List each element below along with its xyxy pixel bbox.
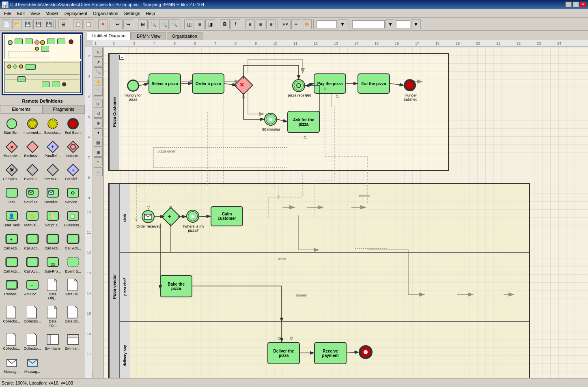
event-hunger-end[interactable] [404, 79, 416, 91]
elem-call-activity1[interactable]: + Call Acti... [2, 231, 22, 253]
connection-tool[interactable]: ↗ [94, 58, 103, 67]
zoom-out-button[interactable]: 🔍 [159, 19, 169, 29]
style-button[interactable]: 🎨 [302, 19, 312, 29]
menu-deployment[interactable]: Deployment [61, 10, 90, 17]
diagram-tool-2[interactable]: ◁ [94, 109, 103, 118]
maximize-button[interactable]: □ [573, 2, 579, 7]
menu-file[interactable]: File [2, 10, 14, 17]
elem-data-input[interactable]: Data Inp... [43, 304, 62, 330]
elem-intermediate-event[interactable]: Intermed... [22, 115, 42, 138]
tab-organization[interactable]: Organization [167, 32, 202, 40]
elem-exclusive-gw[interactable]: × Exclusiv... [2, 138, 22, 161]
zoom-dropdown[interactable]: ▼ [338, 19, 347, 29]
align-text-center[interactable]: ≡ [256, 19, 265, 29]
event-where-pizza[interactable]: 🕐 [186, 210, 199, 223]
elem-call-activity2[interactable]: Call Acti... [22, 231, 42, 253]
elem-transaction[interactable]: Transac... [2, 277, 22, 303]
tab-untitled-diagram[interactable]: Untitled Diagram [87, 32, 131, 40]
diagram-tool-6[interactable]: ⊞ [94, 148, 103, 157]
diagram-tool-1[interactable]: ▷ [94, 99, 103, 108]
elem-collection3[interactable]: Collectio... [2, 331, 22, 353]
elem-boundary-event[interactable]: Boundar... [43, 115, 62, 138]
pool1-collapse-button[interactable]: − [119, 55, 124, 60]
elem-task[interactable]: Task [2, 185, 22, 207]
align-text-left[interactable]: ≡ [245, 19, 255, 29]
minimize-button[interactable]: − [565, 2, 572, 7]
task-order-pizza[interactable]: Order a pizza [192, 73, 224, 94]
titlebar-controls[interactable]: − □ ✕ [565, 2, 586, 7]
open-button[interactable]: 📂 [12, 19, 22, 29]
elem-data-output[interactable]: Data Ou... [63, 277, 83, 303]
elem-parallel-gw[interactable]: + Parallel ... [43, 138, 62, 161]
elem-message1[interactable]: Messag... [2, 354, 22, 376]
save-as-button[interactable]: 💾 [33, 19, 43, 29]
task-deliver-pizza[interactable]: Deliver the pizza [267, 342, 300, 364]
menu-view[interactable]: View [28, 10, 43, 17]
italic-button[interactable]: I [230, 19, 240, 29]
elem-parallel-gw2[interactable]: + Parallel ... [63, 161, 83, 184]
align-left-button[interactable]: ◫ [184, 19, 194, 29]
elem-call-activity6[interactable]: Call Acti... [22, 254, 42, 276]
font-size-input[interactable]: 6pt [396, 20, 410, 28]
redo-button[interactable]: ↪ [123, 19, 133, 29]
elem-business-rule-task[interactable]: 📋 Business... [63, 208, 83, 230]
task-eat-pizza[interactable]: Eat the pizza [358, 73, 390, 94]
elem-collection2[interactable]: Collectio... [22, 304, 42, 330]
elem-event-subprocess[interactable]: Event S... [63, 254, 83, 276]
align-text-right[interactable]: ≡ [266, 19, 276, 29]
tab-elements[interactable]: Elements [0, 105, 43, 113]
event-process-end[interactable] [359, 345, 373, 359]
save-all-button[interactable]: 💾 [44, 19, 54, 29]
menu-settings[interactable]: Settings [121, 10, 142, 17]
zoom-input[interactable]: 100% [317, 20, 337, 28]
elem-subprocess[interactable]: + Sub-Pro... [43, 254, 62, 276]
elem-manual-task[interactable]: ✋ Manual ... [22, 208, 42, 230]
elem-message2[interactable]: Messag... [22, 354, 42, 376]
elem-service-task[interactable]: ⚙ Service ... [63, 185, 83, 207]
task-ask-pizza[interactable]: Ask for the pizza [287, 111, 320, 133]
align-center-button[interactable]: ≡ [195, 19, 205, 29]
close-button[interactable]: ✕ [580, 2, 586, 7]
task-pay-pizza[interactable]: Pay the pizza [314, 73, 346, 94]
elem-user-task[interactable]: 👤 User Task [2, 208, 22, 230]
task-bake-pizza[interactable]: Bake the pizza [160, 275, 192, 297]
line-color-button[interactable]: ✏ [291, 19, 301, 29]
elem-exclusive-gw2[interactable]: Exclusiv... [22, 138, 42, 161]
elem-swimlane2[interactable]: Swimlan... [63, 331, 83, 353]
elem-call-activity5[interactable]: Call Acti... [2, 254, 22, 276]
zoom-tool[interactable]: 🔍 [94, 67, 103, 76]
elem-inclusive-gw[interactable]: Inclusiv... [63, 138, 83, 161]
elem-call-activity3[interactable]: Call Acti... [43, 231, 62, 253]
elem-start-event[interactable]: Start Ev... [2, 115, 22, 138]
task-calm-customer[interactable]: Calm customer [211, 206, 243, 226]
elem-complex-gw[interactable]: ✳ Complex... [2, 161, 22, 184]
elem-data-output2[interactable]: Data Ou... [63, 304, 83, 330]
diagram-tool-7[interactable]: ≡ [94, 157, 103, 166]
diagram-canvas[interactable]: Pizza Customer − Hungry for pizza Select… [104, 47, 588, 378]
bold-button[interactable]: B [220, 19, 230, 29]
elem-data-object[interactable]: Data Obj... [43, 277, 62, 303]
event-order-received[interactable] [142, 210, 155, 223]
font-size-dropdown[interactable]: ▼ [411, 19, 421, 29]
align-right-button[interactable]: ◨ [205, 19, 215, 29]
menu-edit[interactable]: Edit [15, 10, 27, 17]
event-pizza-received[interactable] [292, 79, 305, 92]
diagram-tool-5[interactable]: ▤ [94, 138, 103, 147]
elem-adhoc[interactable]: ~ Ad-Hoc ... [22, 277, 42, 303]
elem-collection4[interactable]: Collectio... [22, 331, 42, 353]
tab-fragments[interactable]: Fragments [43, 105, 85, 113]
elem-collection1[interactable]: Collectio... [2, 304, 22, 330]
elem-script-task[interactable]: 📜 Script T... [43, 208, 62, 230]
task-select-pizza[interactable]: Select a pizza [149, 73, 181, 94]
event-timer-60[interactable]: 🕐 [264, 113, 277, 126]
delete-button[interactable]: ✕ [98, 19, 108, 29]
elem-swimlane[interactable]: Swimlane [43, 331, 62, 353]
event-hungry-start[interactable] [127, 80, 139, 92]
save-button[interactable]: 💾 [23, 19, 32, 29]
elem-receive-task[interactable]: Receive... [43, 185, 62, 207]
elem-event-gw2[interactable]: Event G... [43, 161, 62, 184]
tab-bpmn-view[interactable]: BPMN View [131, 32, 166, 40]
diagram-tool-4[interactable]: ✦ [94, 128, 103, 137]
print-button[interactable]: 🖨 [58, 19, 68, 29]
fill-color-button[interactable]: A▼ [281, 19, 291, 29]
